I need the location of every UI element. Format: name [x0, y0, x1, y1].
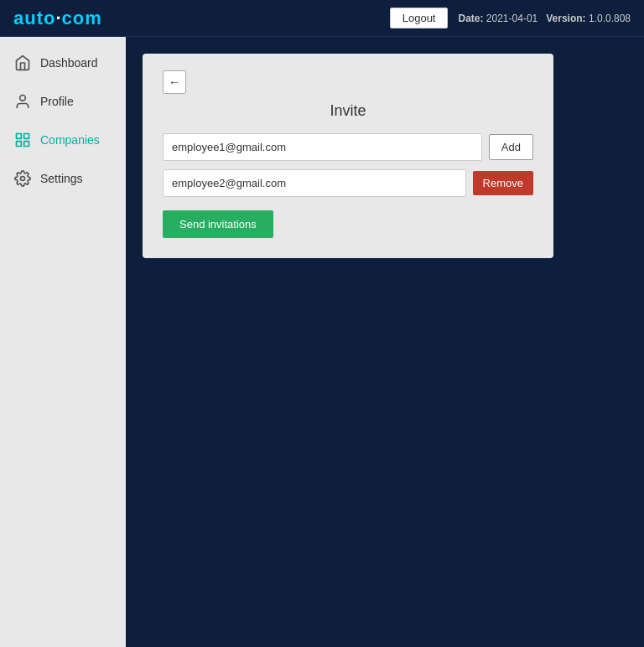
- svg-point-5: [21, 177, 25, 181]
- date-value: 2021-04-01: [486, 13, 538, 24]
- remove-button[interactable]: Remove: [473, 171, 533, 195]
- sidebar-settings-label: Settings: [40, 172, 83, 185]
- sidebar-item-dashboard[interactable]: Dashboard: [0, 44, 126, 82]
- sidebar-item-profile[interactable]: Profile: [0, 82, 126, 121]
- invite-card: ← Invite Add Remove Send invitations: [143, 54, 553, 258]
- svg-point-0: [20, 96, 26, 101]
- svg-rect-1: [17, 134, 22, 139]
- header-meta: Date: 2021-04-01 Version: 1.0.0.808: [458, 13, 631, 24]
- logo-text: auto·com: [13, 8, 102, 28]
- add-button[interactable]: Add: [489, 134, 533, 160]
- main-layout: Dashboard Profile Companies: [0, 37, 644, 647]
- back-button[interactable]: ←: [163, 70, 186, 94]
- sidebar-dashboard-label: Dashboard: [40, 56, 98, 70]
- home-icon: [13, 54, 32, 72]
- svg-rect-2: [24, 134, 29, 139]
- grid-icon: [13, 131, 32, 149]
- email-input-2[interactable]: [163, 169, 466, 197]
- sidebar-companies-label: Companies: [40, 133, 100, 147]
- invite-row-2: Remove: [163, 169, 533, 197]
- email-input-1[interactable]: [163, 133, 482, 161]
- app-logo: auto·com: [13, 8, 102, 29]
- sidebar-profile-label: Profile: [40, 95, 74, 108]
- app-header: auto·com Logout Date: 2021-04-01 Version…: [0, 0, 644, 37]
- user-icon: [13, 92, 32, 111]
- date-label: Date:: [458, 13, 483, 24]
- header-right: Logout Date: 2021-04-01 Version: 1.0.0.8…: [390, 8, 631, 28]
- invite-row-1: Add: [163, 133, 533, 161]
- main-content: ← Invite Add Remove Send invitations: [126, 37, 644, 647]
- version-value: 1.0.0.808: [589, 13, 631, 24]
- svg-rect-4: [24, 142, 29, 147]
- sidebar-item-settings[interactable]: Settings: [0, 159, 126, 198]
- logout-button[interactable]: Logout: [390, 8, 449, 28]
- version-label: Version:: [546, 13, 585, 24]
- sidebar: Dashboard Profile Companies: [0, 37, 126, 647]
- sidebar-item-companies[interactable]: Companies: [0, 121, 126, 159]
- invite-title: Invite: [163, 102, 533, 120]
- gear-icon: [13, 169, 32, 188]
- svg-rect-3: [17, 142, 22, 147]
- send-invitations-button[interactable]: Send invitations: [163, 210, 273, 238]
